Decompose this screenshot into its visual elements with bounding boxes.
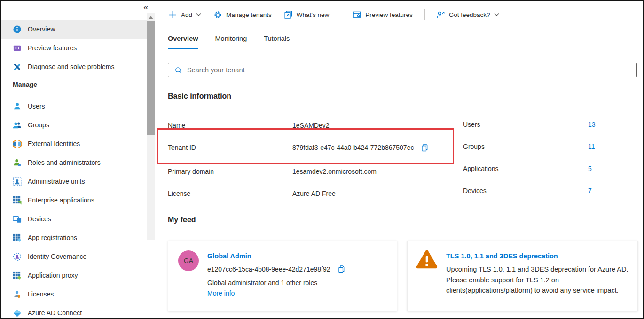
sidebar-item-label: Roles and administrators	[28, 159, 101, 166]
admin-roles-text: Global administrator and 1 other roles	[207, 279, 317, 287]
basic-information-heading: Basic information	[168, 92, 231, 101]
warning-icon	[416, 249, 438, 269]
gear-icon	[214, 11, 222, 19]
sidebar-item-label: Users	[28, 102, 45, 110]
preview-features-button[interactable]: Preview features	[352, 9, 414, 21]
licenses-icon	[13, 290, 22, 299]
sidebar-item-label: Licenses	[28, 290, 54, 298]
identity-governance-icon	[13, 252, 22, 261]
sidebar-item-label: Preview features	[28, 44, 77, 52]
sidebar-scrollbar[interactable]	[147, 13, 155, 240]
info-field-value: 879fdaf3-e47c-44a0-b424-772b867507ec	[292, 144, 414, 151]
chevron-down-icon	[196, 13, 201, 16]
add-button[interactable]: Add	[168, 9, 202, 21]
sidebar-item-label: App registrations	[28, 234, 77, 241]
sidebar-item-label: Devices	[28, 215, 51, 223]
azure-ad-overview-page: « OverviewPreview featuresDiagnose and s…	[0, 0, 644, 319]
sidebar-item-azure-ad-connect[interactable]: Azure AD Connect	[1, 303, 148, 319]
roles-admin-icon	[13, 158, 22, 167]
sidebar-item-licenses[interactable]: Licenses	[1, 285, 148, 303]
admin-units-icon	[13, 177, 22, 186]
whats-new-icon	[284, 11, 292, 19]
sidebar-item-identity-governance[interactable]: Identity Governance	[1, 247, 148, 266]
sidebar-item-application-proxy[interactable]: Application proxy	[1, 266, 148, 285]
toolbar-divider	[341, 9, 341, 20]
enterprise-apps-icon	[13, 196, 22, 205]
sidebar-item-external-identities[interactable]: External Identities	[1, 134, 148, 153]
sidebar-item-roles-and-administrators[interactable]: Roles and administrators	[1, 153, 148, 172]
info-row-primary-domain: Primary domain1esamdev2.onmicrosoft.com	[168, 167, 377, 176]
global-admin-card: GA Global Admin e1207cc6-15ca-4b08-9eee-…	[168, 241, 397, 311]
info-field-label: License	[168, 190, 292, 197]
sidebar-item-label: Overview	[28, 25, 55, 33]
stat-row-devices: Devices7	[463, 187, 599, 196]
sidebar-item-enterprise-applications[interactable]: Enterprise applications	[1, 191, 148, 210]
stat-row-applications: Applications5	[463, 165, 599, 174]
tab-overview[interactable]: Overview	[168, 35, 198, 49]
azure-ad-connect-icon	[13, 309, 22, 318]
sidebar-item-preview-features[interactable]: Preview features	[1, 39, 148, 57]
tls-card-title-link[interactable]: TLS 1.0, 1.1 and 3DES deprecation	[446, 252, 558, 260]
toolbar-button-label: Preview features	[365, 11, 413, 18]
info-row-license: LicenseAzure AD Free	[168, 189, 336, 198]
sidebar-collapse-button[interactable]: «	[143, 3, 148, 11]
search-input[interactable]	[182, 66, 636, 74]
sidebar-item-label: Identity Governance	[28, 253, 86, 260]
external-identities-icon	[13, 140, 22, 148]
feedback-person-icon	[437, 11, 445, 19]
tab-tutorials[interactable]: Tutorials	[264, 35, 290, 49]
stat-label: Applications	[463, 165, 499, 172]
stat-row-users: Users13	[463, 121, 599, 130]
stat-link-users[interactable]: 13	[588, 121, 596, 128]
tab-monitoring[interactable]: Monitoring	[215, 35, 247, 49]
scroll-up-arrow-icon[interactable]	[149, 16, 153, 19]
what-s-new-button[interactable]: What's new	[283, 9, 330, 21]
my-feed-heading: My feed	[168, 216, 196, 224]
sidebar-item-overview[interactable]: Overview	[1, 20, 148, 39]
application-proxy-icon	[13, 271, 22, 280]
sidebar-item-devices[interactable]: Devices	[1, 210, 148, 228]
tenant-search-box[interactable]	[168, 63, 637, 77]
sidebar-item-label: Diagnose and solve problems	[28, 63, 114, 70]
chevron-down-icon	[495, 13, 499, 16]
toolbar-button-label: Manage tenants	[226, 11, 272, 18]
info-row-tenant-id: Tenant ID879fdaf3-e47c-44a0-b424-772b867…	[168, 143, 429, 152]
sidebar-item-label: Application proxy	[28, 272, 78, 279]
sidebar-item-users[interactable]: Users	[1, 97, 148, 116]
stat-label: Groups	[463, 143, 485, 150]
info-icon	[13, 25, 22, 34]
devices-icon	[13, 215, 22, 224]
preview-sparkle-icon	[13, 44, 22, 53]
admin-user-id-value: e1207cc6-15ca-4b08-9eee-42d271e98f92	[207, 265, 330, 273]
scrollbar-thumb[interactable]	[147, 21, 155, 135]
stat-link-applications[interactable]: 5	[588, 165, 592, 172]
sidebar-item-label: Enterprise applications	[28, 196, 94, 204]
got-feedback-button[interactable]: Got feedback?	[436, 9, 500, 21]
sidebar-item-administrative-units[interactable]: Administrative units	[1, 172, 148, 191]
stat-link-groups[interactable]: 11	[588, 143, 595, 150]
sidebar-item-app-registrations[interactable]: App registrations	[1, 228, 148, 247]
manage-tenants-button[interactable]: Manage tenants	[213, 9, 273, 21]
sidebar-item-groups[interactable]: Groups	[1, 116, 148, 134]
more-info-link[interactable]: More info	[207, 289, 235, 297]
stat-label: Users	[463, 121, 480, 128]
sidebar-item-label: Administrative units	[28, 178, 85, 185]
global-admin-title-link[interactable]: Global Admin	[207, 252, 251, 260]
diagnose-tools-icon	[13, 62, 22, 71]
group-icon	[13, 121, 22, 130]
copy-tenant-id-button[interactable]	[420, 143, 429, 152]
sidebar-divider	[13, 95, 134, 95]
tls-deprecation-card: TLS 1.0, 1.1 and 3DES deprecation Upcomi…	[407, 241, 638, 311]
copy-icon	[337, 265, 346, 273]
sidebar-item-label: External Identities	[28, 140, 80, 148]
tab-bar: OverviewMonitoringTutorials	[168, 35, 290, 49]
info-row-name: Name1eSAMDev2	[168, 121, 330, 130]
info-field-value: 1esamdev2.onmicrosoft.com	[292, 168, 377, 175]
info-field-label: Tenant ID	[168, 144, 292, 151]
stat-link-devices[interactable]: 7	[588, 187, 592, 195]
user-icon	[13, 102, 22, 111]
sidebar-item-diagnose-and-solve-problems[interactable]: Diagnose and solve problems	[1, 57, 148, 76]
toolbar-divider	[424, 9, 425, 20]
copy-user-id-button[interactable]	[337, 265, 346, 273]
sidebar-item-label: Groups	[28, 121, 49, 129]
